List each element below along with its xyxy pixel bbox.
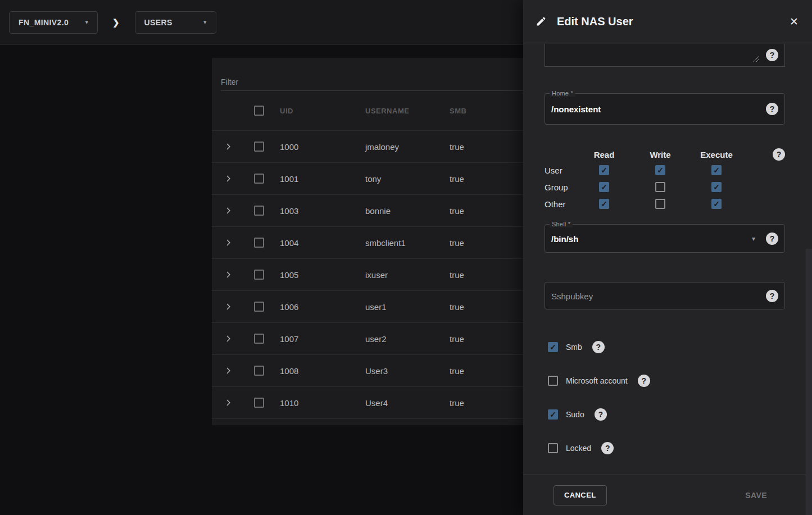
permissions-row: Group ✓ ✓ [545, 179, 785, 195]
resize-grip-icon[interactable] [753, 56, 760, 62]
permissions-row: Other ✓ ✓ [545, 195, 785, 212]
toggle-row: Microsoft account ? [548, 375, 650, 386]
chevron-right-icon[interactable] [224, 303, 235, 311]
cell-smb: true [450, 206, 517, 216]
toggle-row: Locked ? [548, 443, 614, 454]
row-checkbox[interactable] [254, 270, 264, 280]
chevron-down-icon: ▾ [85, 19, 88, 26]
cell-uid: 1006 [280, 302, 365, 312]
home-field-label: Home * [550, 90, 575, 97]
column-header-smb[interactable]: SMB [450, 107, 517, 115]
table-row[interactable]: 1000 jmaloney true [212, 131, 549, 163]
user-read-checkbox[interactable]: ✓ [599, 165, 609, 175]
table-row[interactable]: 1010 User4 true [212, 387, 549, 419]
table-row[interactable]: 1008 User3 true [212, 355, 549, 387]
close-icon[interactable]: ✕ [790, 15, 799, 28]
shell-select-field[interactable]: Shell * /bin/sh ▾ ? [545, 224, 785, 253]
row-checkbox[interactable] [254, 398, 264, 408]
shell-field-label: Shell * [550, 221, 573, 227]
row-checkbox[interactable] [254, 334, 264, 344]
cell-username: user1 [365, 302, 450, 312]
cell-smb: true [450, 334, 517, 344]
cell-smb: true [450, 142, 517, 152]
table-row[interactable]: 1005 ixuser true [212, 259, 549, 291]
permissions-column-label: Read [576, 150, 632, 159]
help-icon[interactable]: ? [595, 408, 607, 421]
cell-username: smbclient1 [365, 238, 450, 248]
chevron-down-icon[interactable]: ▾ [752, 235, 755, 243]
filter-row: Filter [212, 58, 549, 91]
cancel-button[interactable]: CANCEL [554, 485, 607, 505]
group-read-checkbox[interactable]: ✓ [599, 182, 609, 192]
other-execute-checkbox[interactable]: ✓ [711, 199, 722, 209]
help-icon[interactable]: ? [592, 341, 605, 353]
user-execute-checkbox[interactable]: ✓ [711, 165, 722, 175]
column-header-uid[interactable]: UID [280, 107, 365, 115]
sshpubkey-field[interactable]: Sshpubkey ? [545, 282, 785, 309]
table-row[interactable]: 1004 smbclient1 true [212, 227, 549, 259]
microsoft-account-checkbox[interactable] [548, 376, 558, 386]
row-checkbox[interactable] [254, 174, 264, 184]
dialog-title: Edit NAS User [557, 15, 790, 28]
permissions-row-label: Other [545, 199, 576, 209]
chevron-right-icon[interactable] [224, 143, 235, 151]
help-icon[interactable]: ? [766, 103, 778, 115]
cell-username: bonnie [365, 206, 450, 216]
chevron-right-icon[interactable] [224, 271, 235, 279]
permissions-row: User ✓ ✓ ✓ [545, 162, 785, 179]
table-row[interactable]: 1007 user2 true [212, 323, 549, 355]
chevron-right-icon[interactable] [224, 367, 235, 375]
save-button[interactable]: SAVE [745, 491, 767, 500]
other-read-checkbox[interactable]: ✓ [599, 199, 609, 209]
home-field[interactable]: Home * /nonexistent ? [545, 93, 785, 125]
chevron-right-icon[interactable] [224, 239, 235, 247]
toggle-label: Sudo [566, 410, 584, 419]
help-icon[interactable]: ? [766, 290, 778, 302]
locked-checkbox[interactable] [548, 443, 558, 453]
help-icon[interactable]: ? [601, 442, 614, 454]
cell-uid: 1004 [280, 238, 365, 248]
help-icon[interactable]: ? [638, 375, 650, 387]
row-checkbox[interactable] [254, 206, 264, 216]
chevron-right-icon[interactable] [224, 175, 235, 183]
edit-nas-user-dialog: Edit NAS User ✕ ? Home * /nonexistent ? … [523, 0, 812, 515]
row-checkbox[interactable] [254, 142, 264, 152]
user-write-checkbox[interactable]: ✓ [655, 165, 665, 175]
chevron-right-icon[interactable] [224, 207, 235, 215]
filter-input[interactable] [221, 90, 549, 91]
chevron-right-icon[interactable] [224, 335, 235, 343]
select-all-checkbox[interactable] [254, 106, 264, 116]
other-write-checkbox[interactable] [655, 199, 665, 209]
scrollbar-thumb[interactable] [806, 249, 812, 515]
cell-username: user2 [365, 334, 450, 344]
section-selector-button[interactable]: USERS ▾ [135, 11, 216, 34]
cell-smb: true [450, 238, 517, 248]
table-row[interactable]: 1001 tony true [212, 163, 549, 195]
cell-uid: 1008 [280, 366, 365, 376]
cell-smb: true [450, 366, 517, 376]
cell-uid: 1001 [280, 174, 365, 184]
row-checkbox[interactable] [254, 302, 264, 312]
toggle-label: Microsoft account [566, 376, 628, 385]
textarea-field-clipped[interactable]: ? [545, 44, 785, 67]
smb-checkbox[interactable]: ✓ [548, 342, 558, 352]
table-row[interactable]: 1003 bonnie true [212, 195, 549, 227]
chevron-down-icon: ▾ [203, 19, 207, 26]
toggle-row: ✓ Smb ? [548, 341, 605, 353]
group-execute-checkbox[interactable]: ✓ [711, 182, 722, 192]
column-header-username[interactable]: USERNAME [365, 107, 450, 115]
table-row[interactable]: 1006 user1 true [212, 291, 549, 323]
help-icon[interactable]: ? [773, 148, 785, 161]
section-selector-label: USERS [144, 18, 173, 27]
sudo-checkbox[interactable]: ✓ [548, 409, 558, 420]
help-icon[interactable]: ? [766, 233, 778, 245]
breadcrumb-chevron-icon: ❯ [112, 17, 120, 28]
help-icon[interactable]: ? [766, 49, 778, 61]
cell-smb: true [450, 302, 517, 312]
row-checkbox[interactable] [254, 366, 264, 376]
permissions-row-label: Group [545, 183, 576, 192]
row-checkbox[interactable] [254, 238, 264, 248]
system-selector-button[interactable]: FN_MINIV2.0 ▾ [9, 11, 98, 34]
group-write-checkbox[interactable] [655, 182, 665, 192]
chevron-right-icon[interactable] [224, 399, 235, 407]
